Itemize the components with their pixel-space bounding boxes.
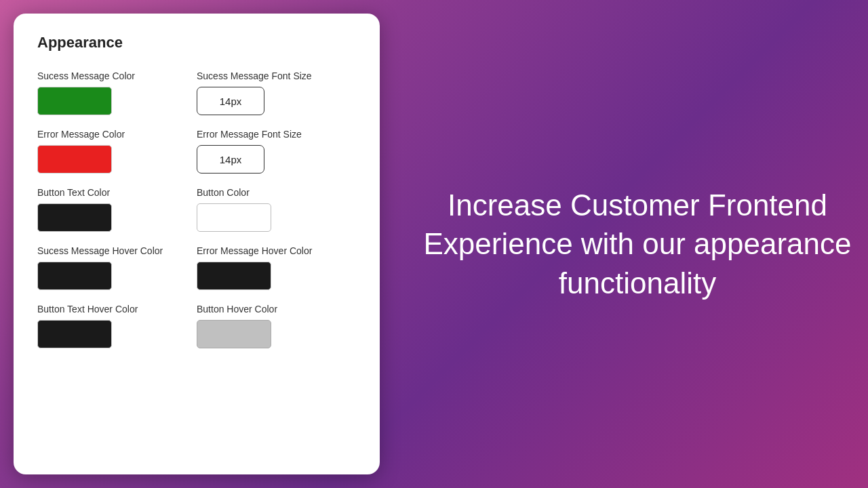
hero-text: Increase Customer Frontend Experience wi… [420,186,854,302]
success-hover-color-group: Sucess Message Hover Color [37,245,197,290]
success-color-swatch[interactable] [37,87,112,115]
button-hover-color-label: Button Hover Color [197,304,356,314]
success-hover-color-label: Sucess Message Hover Color [37,245,197,256]
button-text-color-label: Button Text Color [37,187,197,198]
success-hover-color-swatch[interactable] [37,262,112,290]
card-title: Appearance [37,34,356,52]
button-text-color-swatch[interactable] [37,203,112,232]
button-color-label: Button Color [197,187,356,198]
error-font-input[interactable] [197,145,264,174]
button-hover-color-swatch[interactable] [197,320,271,348]
error-hover-color-label: Error Message Hover Color [197,245,356,256]
success-font-group: Sucess Message Font Size [197,70,356,115]
fields-grid: Sucess Message Color Sucess Message Font… [37,70,356,348]
button-color-swatch[interactable] [197,203,271,232]
success-font-label: Sucess Message Font Size [197,70,356,81]
hero-section: Increase Customer Frontend Experience wi… [380,186,854,302]
success-font-input[interactable] [197,87,264,115]
error-color-label: Error Message Color [37,129,197,140]
button-text-hover-color-group: Button Text Hover Color [37,304,197,348]
button-hover-color-group: Button Hover Color [197,304,356,348]
button-color-group: Button Color [197,187,356,232]
error-font-group: Error Message Font Size [197,129,356,174]
error-hover-color-group: Error Message Hover Color [197,245,356,290]
error-color-swatch[interactable] [37,145,112,174]
button-text-color-group: Button Text Color [37,187,197,232]
appearance-card: Appearance Sucess Message Color Sucess M… [14,14,380,474]
success-color-label: Sucess Message Color [37,70,197,81]
button-text-hover-color-swatch[interactable] [37,320,112,348]
button-text-hover-color-label: Button Text Hover Color [37,304,197,314]
error-font-label: Error Message Font Size [197,129,356,140]
error-hover-color-swatch[interactable] [197,262,271,290]
success-color-group: Sucess Message Color [37,70,197,115]
error-color-group: Error Message Color [37,129,197,174]
